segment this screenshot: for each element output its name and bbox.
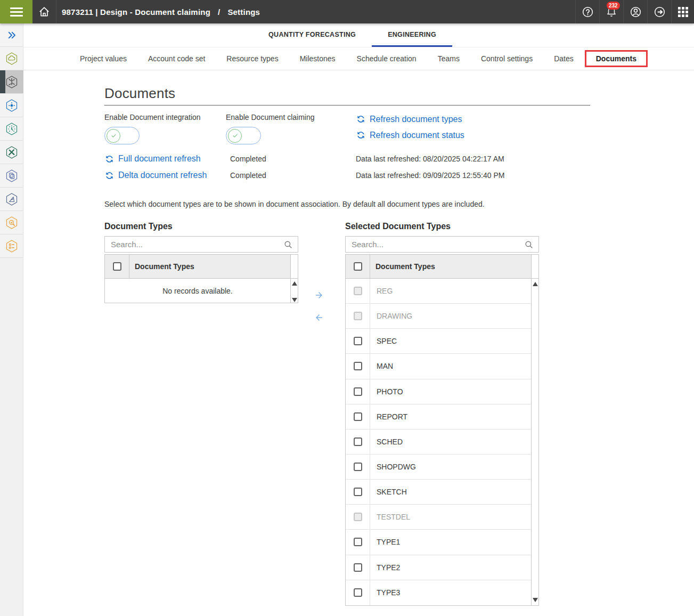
- schedule-hexagon-icon: [5, 122, 19, 136]
- transfer-arrows: [298, 222, 345, 606]
- row-checkbox[interactable]: [354, 412, 362, 421]
- app-launcher-button[interactable]: [672, 0, 694, 23]
- toggle-check-knob: [107, 129, 120, 143]
- sidebar-nav: [0, 47, 23, 258]
- document-type-label: PHOTO: [370, 379, 531, 404]
- settings-tab-label: Resource types: [226, 54, 278, 63]
- scroll-up-arrow-icon[interactable]: [292, 281, 297, 286]
- sidebar-filler: [0, 258, 23, 616]
- row-checkbox[interactable]: [354, 588, 362, 597]
- sidebar-item-estimate[interactable]: [0, 188, 23, 211]
- settings-tab-control-settings[interactable]: Control settings: [470, 47, 543, 70]
- settings-tab-milestones[interactable]: Milestones: [289, 47, 346, 70]
- settings-tab-resource-types[interactable]: Resource types: [216, 47, 289, 70]
- enable-document-integration-toggle[interactable]: [104, 127, 140, 144]
- refresh-document-status-link[interactable]: Refresh document status: [356, 130, 590, 140]
- enable-document-claiming-toggle[interactable]: [226, 127, 261, 144]
- settings-tab-label: Account code set: [148, 54, 205, 63]
- selected-document-types-panel-title: Selected Document Types: [345, 222, 539, 231]
- sidebar-item-inspect-check[interactable]: [0, 211, 23, 234]
- refresh-document-types-link[interactable]: Refresh document types: [356, 114, 590, 124]
- hamburger-menu-button[interactable]: [0, 0, 32, 23]
- row-checkbox[interactable]: [354, 387, 362, 396]
- move-right-button[interactable]: [314, 290, 324, 300]
- sidebar-item-schedule[interactable]: [0, 117, 23, 141]
- settings-tab-dates[interactable]: Dates: [543, 47, 584, 70]
- breadcrumb-section[interactable]: Settings: [227, 7, 260, 17]
- row-checkbox[interactable]: [354, 488, 362, 496]
- document-type-row: SPEC: [346, 329, 531, 354]
- header-checkbox-cell: [346, 255, 370, 278]
- settings-content: Documents Enable Document integration En…: [23, 70, 694, 606]
- row-checkbox[interactable]: [354, 463, 362, 471]
- selected-document-types-table-header: Document Types: [346, 255, 531, 278]
- row-checkbox-cell: [346, 354, 370, 378]
- refresh-icon: [102, 168, 117, 183]
- module-tabs: QUANTITY FORECASTINGENGINEERING: [23, 23, 694, 47]
- refresh-links: Refresh document types Refresh document …: [356, 114, 590, 144]
- main-area: QUANTITY FORECASTINGENGINEERING Project …: [23, 23, 694, 616]
- row-checkbox[interactable]: [354, 362, 362, 370]
- settings-tab-box: Milestones: [300, 54, 336, 63]
- document-types-table: Document Types No records available.: [104, 254, 298, 303]
- sidebar-item-design-tools[interactable]: [0, 141, 23, 164]
- toggle-check-knob: [228, 129, 242, 143]
- document-type-label: TYPE2: [370, 555, 531, 580]
- sidebar-item-connected-analytics[interactable]: [0, 70, 23, 94]
- table-scrollbar[interactable]: [290, 255, 298, 303]
- sidebar-item-documents-copy[interactable]: [0, 164, 23, 188]
- search-icon: [283, 240, 293, 249]
- row-checkbox-cell: [346, 505, 370, 529]
- table-scrollbar[interactable]: [531, 255, 538, 605]
- table-header-separator: [105, 278, 298, 279]
- document-type-label: REG: [370, 279, 531, 303]
- document-type-row: REPORT: [346, 404, 531, 429]
- move-left-button[interactable]: [314, 313, 324, 322]
- row-checkbox[interactable]: [354, 538, 362, 546]
- selected-document-types-search-input[interactable]: [352, 240, 524, 249]
- help-button[interactable]: [576, 0, 599, 23]
- document-type-row: DRAWING: [346, 304, 531, 329]
- sidebar-expand-button[interactable]: [0, 23, 23, 47]
- account-button[interactable]: [624, 0, 647, 23]
- row-checkbox[interactable]: [354, 437, 362, 446]
- document-type-row: TYPE2: [346, 555, 531, 580]
- settings-tab-project-values[interactable]: Project values: [69, 47, 137, 70]
- sidebar-item-control-hub[interactable]: [0, 94, 23, 117]
- scroll-down-arrow-icon[interactable]: [292, 298, 297, 302]
- settings-tab-schedule-creation[interactable]: Schedule creation: [346, 47, 427, 70]
- module-tab-quantity-forecasting[interactable]: QUANTITY FORECASTING: [252, 23, 372, 47]
- settings-tab-teams[interactable]: Teams: [427, 47, 470, 70]
- sidebar-item-cloud[interactable]: [0, 47, 23, 70]
- breadcrumb-project[interactable]: 9873211 | Design - Document claiming: [62, 7, 210, 17]
- document-type-label: MAN: [370, 354, 531, 378]
- delta-refresh-info: Data last refreshed: 09/09/2025 12:55:40…: [356, 171, 590, 187]
- full-document-refresh-link[interactable]: Full document refresh: [104, 154, 226, 171]
- row-checkbox[interactable]: [354, 563, 362, 572]
- selected-document-types-table-body: REGDRAWINGSPECMANPHOTOREPORTSCHEDSHOPDWG…: [346, 279, 531, 605]
- select-all-checkbox[interactable]: [113, 262, 121, 271]
- settings-tab-documents[interactable]: Documents: [584, 47, 648, 70]
- notifications-button[interactable]: 232: [600, 0, 623, 23]
- document-type-row: SCHED: [346, 429, 531, 455]
- account-icon: [630, 6, 642, 18]
- row-checkbox[interactable]: [354, 337, 362, 345]
- form-list-hexagon-icon: [5, 239, 19, 253]
- scroll-down-arrow-icon[interactable]: [533, 598, 538, 602]
- module-tab-engineering[interactable]: ENGINEERING: [372, 23, 452, 47]
- full-document-refresh-label: Full document refresh: [118, 154, 201, 163]
- settings-tab-account-code-set[interactable]: Account code set: [137, 47, 216, 70]
- row-checkbox: [354, 312, 362, 320]
- scroll-up-arrow-icon[interactable]: [533, 282, 538, 286]
- select-all-checkbox[interactable]: [354, 262, 362, 271]
- refresh-icon: [354, 128, 368, 142]
- sidebar-item-form-list[interactable]: [0, 234, 23, 258]
- sign-out-button[interactable]: [648, 0, 671, 23]
- home-button[interactable]: [32, 0, 56, 23]
- settings-tab-box: Account code set: [148, 54, 205, 63]
- title-rule: [104, 105, 590, 106]
- inspect-check-hexagon-icon: [5, 216, 19, 230]
- document-types-search-input[interactable]: [111, 240, 283, 249]
- delta-document-refresh-link[interactable]: Delta document refresh: [104, 171, 226, 187]
- settings-tab-box: Project values: [80, 54, 127, 63]
